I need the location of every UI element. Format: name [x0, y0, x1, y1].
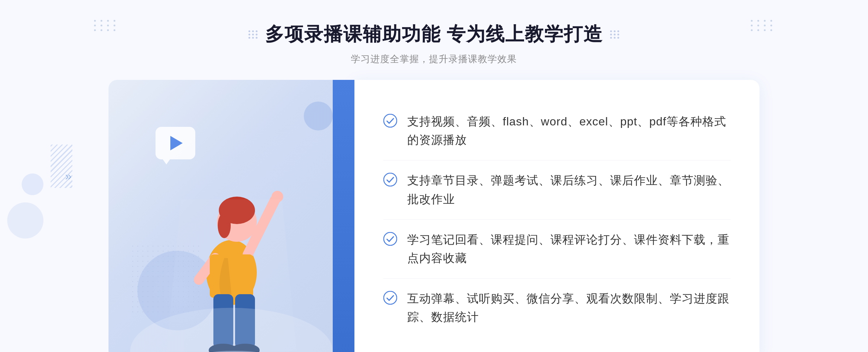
- left-deco-circle-large: [7, 202, 43, 239]
- left-deco-circle-small: [22, 173, 43, 195]
- illustration-card: [109, 80, 354, 352]
- arrow-icon: »: [65, 169, 72, 183]
- svg-point-18: [384, 291, 397, 304]
- title-row: 多项录播课辅助功能 专为线上教学打造: [248, 22, 620, 47]
- check-icon-2: [383, 173, 397, 186]
- top-right-dots: [751, 20, 774, 31]
- light-cone: [109, 192, 354, 352]
- content-area: 支持视频、音频、flash、word、excel、ppt、pdf等各种格式的资源…: [109, 80, 760, 352]
- svg-point-17: [384, 232, 397, 245]
- feature-text-1: 支持视频、音频、flash、word、excel、ppt、pdf等各种格式的资源…: [407, 112, 731, 149]
- left-arrows-deco: »: [65, 169, 72, 183]
- feature-text-4: 互动弹幕、试听购买、微信分享、观看次数限制、学习进度跟踪、数据统计: [407, 289, 731, 326]
- svg-point-16: [384, 173, 397, 186]
- check-icon-3: [383, 232, 397, 246]
- page-subtitle: 学习进度全掌握，提升录播课教学效果: [248, 53, 620, 65]
- page-title: 多项录播课辅助功能 专为线上教学打造: [265, 22, 603, 47]
- check-icon-1: [383, 114, 397, 128]
- deco-circle-small: [304, 102, 333, 130]
- play-triangle-icon: [170, 136, 183, 150]
- title-left-dots: [248, 30, 258, 39]
- header-section: 多项录播课辅助功能 专为线上教学打造 学习进度全掌握，提升录播课教学效果: [248, 22, 620, 65]
- svg-point-15: [384, 114, 397, 127]
- feature-text-3: 学习笔记回看、课程提问、课程评论打分、课件资料下载，重点内容收藏: [407, 231, 731, 267]
- title-right-dots: [610, 30, 620, 39]
- svg-marker-14: [166, 199, 297, 351]
- feature-item-4: 互动弹幕、试听购买、微信分享、观看次数限制、学习进度跟踪、数据统计: [383, 279, 731, 337]
- features-panel: 支持视频、音频、flash、word、excel、ppt、pdf等各种格式的资源…: [354, 80, 760, 352]
- feature-item-2: 支持章节目录、弹题考试、课后练习、课后作业、章节测验、批改作业: [383, 160, 731, 219]
- feature-item-1: 支持视频、音频、flash、word、excel、ppt、pdf等各种格式的资源…: [383, 102, 731, 160]
- feature-text-2: 支持章节目录、弹题考试、课后练习、课后作业、章节测验、批改作业: [407, 171, 731, 208]
- check-icon-4: [383, 291, 397, 305]
- top-left-dots: [94, 20, 117, 31]
- page-wrapper: 多项录播课辅助功能 专为线上教学打造 学习进度全掌握，提升录播课教学效果 »: [0, 0, 868, 352]
- feature-item-3: 学习笔记回看、课程提问、课程评论打分、课件资料下载，重点内容收藏: [383, 220, 731, 279]
